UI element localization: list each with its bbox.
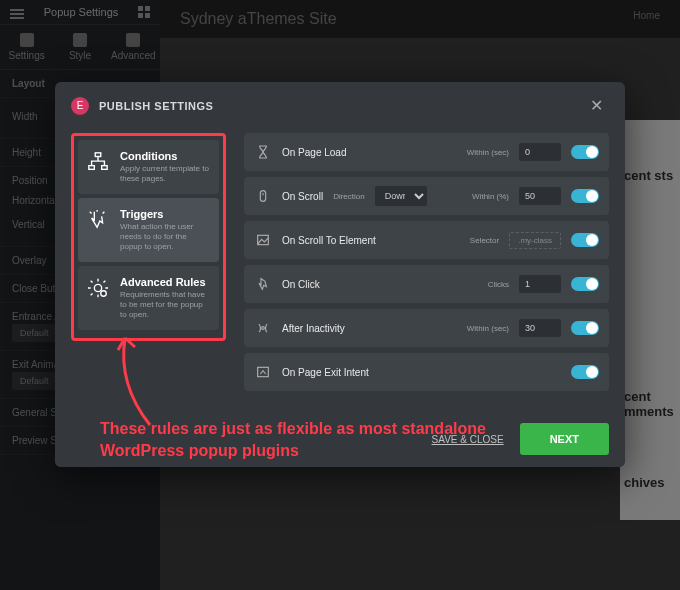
scroll-element-icon xyxy=(254,231,272,249)
onload-toggle[interactable] xyxy=(571,145,599,159)
svg-rect-9 xyxy=(258,367,269,376)
scrollto-toggle[interactable] xyxy=(571,233,599,247)
svg-point-3 xyxy=(94,284,101,291)
onscroll-within-input[interactable] xyxy=(519,187,561,205)
onscroll-toggle[interactable] xyxy=(571,189,599,203)
onclick-count-input[interactable] xyxy=(519,275,561,293)
svg-rect-5 xyxy=(260,191,265,202)
svg-rect-0 xyxy=(95,153,101,157)
modal-title: PUBLISH SETTINGS xyxy=(99,100,584,112)
trigger-on-page-load: On Page Load Within (sec) xyxy=(244,133,609,171)
triggers-icon xyxy=(86,208,110,232)
trigger-after-inactivity: After Inactivity Within (sec) xyxy=(244,309,609,347)
onload-within-input[interactable] xyxy=(519,143,561,161)
close-icon[interactable]: ✕ xyxy=(584,94,609,117)
selector-field[interactable]: .my-class xyxy=(509,232,561,249)
conditions-icon xyxy=(86,150,110,174)
exit-intent-icon xyxy=(254,363,272,381)
annotation-arrow xyxy=(110,330,180,430)
modal-header: E PUBLISH SETTINGS ✕ xyxy=(55,82,625,129)
hourglass-icon xyxy=(254,143,272,161)
svg-rect-2 xyxy=(102,166,108,170)
rule-card-conditions[interactable]: ConditionsApply current template to thes… xyxy=(78,140,219,194)
svg-point-4 xyxy=(101,291,107,297)
inactivity-toggle[interactable] xyxy=(571,321,599,335)
rules-highlight-box: ConditionsApply current template to thes… xyxy=(71,133,226,341)
elementor-logo-icon: E xyxy=(71,97,89,115)
advanced-rules-icon xyxy=(86,276,110,300)
onclick-toggle[interactable] xyxy=(571,277,599,291)
trigger-on-click: On Click Clicks xyxy=(244,265,609,303)
trigger-exit-intent: On Page Exit Intent xyxy=(244,353,609,391)
rule-card-triggers[interactable]: TriggersWhat action the user needs to do… xyxy=(78,198,219,262)
inactivity-within-input[interactable] xyxy=(519,319,561,337)
trigger-on-scroll: On Scroll Direction Down Within (%) xyxy=(244,177,609,215)
inactivity-icon xyxy=(254,319,272,337)
scroll-icon xyxy=(254,187,272,205)
triggers-list: On Page Load Within (sec) On Scroll Dire… xyxy=(244,133,609,397)
onscroll-direction-select[interactable]: Down xyxy=(375,186,427,206)
annotation-text: These rules are just as flexible as most… xyxy=(100,418,570,463)
trigger-scroll-to-element: On Scroll To Element Selector .my-class xyxy=(244,221,609,259)
exit-toggle[interactable] xyxy=(571,365,599,379)
click-icon xyxy=(254,275,272,293)
svg-rect-1 xyxy=(89,166,95,170)
svg-point-8 xyxy=(262,327,265,330)
rule-card-advanced[interactable]: Advanced RulesRequirements that have to … xyxy=(78,266,219,330)
